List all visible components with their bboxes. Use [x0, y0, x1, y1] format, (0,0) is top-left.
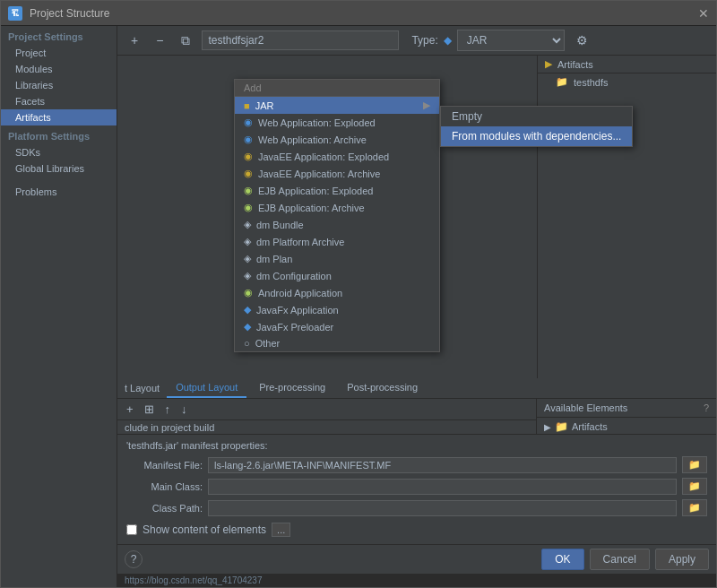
manifest-file-row: Manifest File: 📁 — [126, 456, 707, 473]
add-menu-item-javaee-archive[interactable]: ◉ JavaEE Application: Archive — [235, 165, 439, 182]
add-menu-item-javafx-preloader[interactable]: ◆ JavaFx Preloader — [235, 318, 439, 335]
artifacts-folder-icon: 📁 — [555, 420, 568, 433]
list-up-btn[interactable]: ↑ — [161, 402, 175, 417]
add-menu-item-javaee-exploded[interactable]: ◉ JavaEE Application: Exploded — [235, 148, 439, 165]
sidebar: Project Settings Project Modules Librari… — [1, 26, 117, 587]
sidebar-item-project[interactable]: Project — [1, 45, 117, 61]
android-icon: ◉ — [244, 287, 253, 298]
main-content: Project Settings Project Modules Librari… — [1, 26, 716, 587]
add-menu-container: Add ■ JAR ▶ ◉ Web Application: Exploded … — [117, 56, 716, 378]
type-label: Type: — [411, 34, 437, 47]
sidebar-item-sdks[interactable]: SDKs — [1, 144, 117, 160]
list-panel: + ⊞ ↑ ↓ clude in project build J dfs.jar… — [117, 399, 537, 434]
main-class-input[interactable] — [208, 479, 677, 495]
action-bar: ? OK Cancel Apply — [117, 544, 716, 574]
add-menu-item-javafx[interactable]: ◆ JavaFx Application — [235, 301, 439, 318]
add-menu-item-dm-platform[interactable]: ◈ dm Platform Archive — [235, 233, 439, 250]
main-class-browse-btn[interactable]: 📁 — [682, 478, 707, 495]
ejb-archive-icon: ◉ — [244, 202, 253, 213]
manifest-title: 'testhdfs.jar' manifest properties: — [126, 440, 707, 451]
list-layout-btn[interactable]: ⊞ — [141, 402, 158, 417]
tree-help-icon[interactable]: ? — [704, 402, 709, 413]
url-text: https://blog.csdn.net/qq_41704237 — [125, 575, 262, 585]
jar-submenu: Empty From modules with dependencies... — [440, 106, 633, 147]
add-menu-item-jar[interactable]: ■ JAR ▶ — [235, 97, 439, 114]
close-button[interactable]: ✕ — [698, 6, 709, 21]
type-select[interactable]: JAR — [457, 30, 565, 51]
main-class-label: Main Class: — [126, 481, 203, 492]
dm-plan-icon: ◈ — [244, 253, 251, 264]
manifest-file-label: Manifest File: — [126, 460, 203, 471]
manifest-section: 'testhdfs.jar' manifest properties: Mani… — [117, 434, 716, 544]
add-menu-item-other[interactable]: ○ Other — [235, 335, 439, 351]
show-more-btn[interactable]: ... — [272, 523, 290, 537]
manifest-file-browse-btn[interactable]: 📁 — [682, 456, 707, 473]
add-menu-item-dm-plan[interactable]: ◈ dm Plan — [235, 250, 439, 267]
add-menu-item-android[interactable]: ◉ Android Application — [235, 284, 439, 301]
add-menu-item-ejb-exploded[interactable]: ◉ EJB Application: Exploded — [235, 182, 439, 199]
tree-header: Available Elements ? — [537, 399, 716, 418]
show-content-checkbox[interactable] — [126, 524, 137, 535]
sidebar-platform-settings-header: Platform Settings — [1, 125, 117, 144]
class-path-input[interactable] — [208, 500, 677, 516]
tab-pre-processing[interactable]: Pre-processing — [250, 378, 334, 398]
jar-submenu-empty[interactable]: Empty — [441, 107, 632, 126]
copy-artifact-button[interactable]: ⧉ — [175, 30, 196, 51]
web-icon: ◉ — [244, 117, 253, 128]
add-menu-item-dm-configuration[interactable]: ◈ dm Configuration — [235, 267, 439, 284]
show-content-row: Show content of elements ... — [126, 521, 707, 539]
other-icon: ○ — [244, 338, 250, 349]
ok-button[interactable]: OK — [541, 549, 583, 570]
artifacts-expand-arrow: ▶ — [544, 422, 551, 432]
sidebar-item-problems[interactable]: Problems — [1, 184, 117, 200]
sidebar-item-libraries[interactable]: Libraries — [1, 77, 117, 93]
window-icon: 🏗 — [8, 6, 22, 21]
class-path-label: Class Path: — [126, 503, 203, 514]
artifacts-tree-label: Artifacts — [557, 59, 593, 70]
top-toolbar: + − ⧉ Type: ◆ JAR ⚙ — [117, 26, 716, 56]
cancel-button[interactable]: Cancel — [590, 549, 650, 570]
add-menu-item-ejb-archive[interactable]: ◉ EJB Application: Archive — [235, 199, 439, 216]
help-button[interactable]: ? — [125, 550, 143, 568]
sidebar-item-global-libraries[interactable]: Global Libraries — [1, 160, 117, 177]
add-menu-item-dm-bundle[interactable]: ◈ dm Bundle — [235, 216, 439, 233]
add-menu-header: Add — [235, 80, 439, 97]
class-path-browse-btn[interactable]: 📁 — [682, 499, 707, 516]
add-menu-item-web-archive[interactable]: ◉ Web Application: Archive — [235, 131, 439, 148]
jar-submenu-arrow: ▶ — [423, 99, 430, 111]
type-icon: ◆ — [444, 34, 452, 47]
add-menu-item-web-exploded[interactable]: ◉ Web Application: Exploded — [235, 114, 439, 131]
apply-button[interactable]: Apply — [655, 549, 709, 570]
artifact-name-input[interactable] — [202, 30, 399, 50]
sidebar-item-facets[interactable]: Facets — [1, 93, 117, 109]
tree-item-artifacts[interactable]: ▶ 📁 Artifacts — [537, 418, 716, 434]
add-menu: Add ■ JAR ▶ ◉ Web Application: Exploded … — [234, 79, 440, 352]
url-bar: https://blog.csdn.net/qq_41704237 — [117, 574, 716, 587]
remove-artifact-button[interactable]: − — [150, 30, 169, 50]
artifacts-tree-node-label: Artifacts — [572, 421, 608, 432]
ejb-exploded-icon: ◉ — [244, 185, 253, 196]
dm-config-icon: ◈ — [244, 270, 251, 281]
sidebar-item-artifacts[interactable]: Artifacts — [1, 109, 117, 125]
project-structure-window: 🏗 Project Structure ✕ Project Settings P… — [0, 0, 717, 588]
tab-output-layout[interactable]: Output Layout — [167, 378, 246, 398]
main-class-row: Main Class: 📁 — [126, 478, 707, 495]
manifest-file-input[interactable] — [208, 457, 677, 473]
web-archive-icon: ◉ — [244, 134, 253, 145]
list-add-btn[interactable]: + — [123, 402, 137, 417]
testhdfs-tree-label: testhdfs — [574, 77, 609, 88]
javafx-preloader-icon: ◆ — [244, 321, 251, 333]
add-artifact-button[interactable]: + — [125, 30, 144, 50]
jar-submenu-from-modules[interactable]: From modules with dependencies... — [441, 126, 632, 146]
main-panel: + − ⧉ Type: ◆ JAR ⚙ Add ■ JAR — [117, 26, 716, 587]
settings-button[interactable]: ⚙ — [570, 30, 594, 50]
list-down-btn[interactable]: ↓ — [177, 402, 191, 417]
jar-menu-icon: ■ — [244, 100, 250, 111]
sidebar-item-modules[interactable]: Modules — [1, 61, 117, 77]
title-bar: 🏗 Project Structure ✕ — [1, 1, 716, 26]
available-elements-label: Available Elements — [544, 402, 627, 413]
javaee-archive-icon: ◉ — [244, 168, 253, 179]
tab-post-processing[interactable]: Post-processing — [338, 378, 427, 398]
dm-platform-icon: ◈ — [244, 236, 251, 247]
tree-panel: Available Elements ? ▶ 📁 Artifacts 📁 tes… — [537, 399, 716, 434]
